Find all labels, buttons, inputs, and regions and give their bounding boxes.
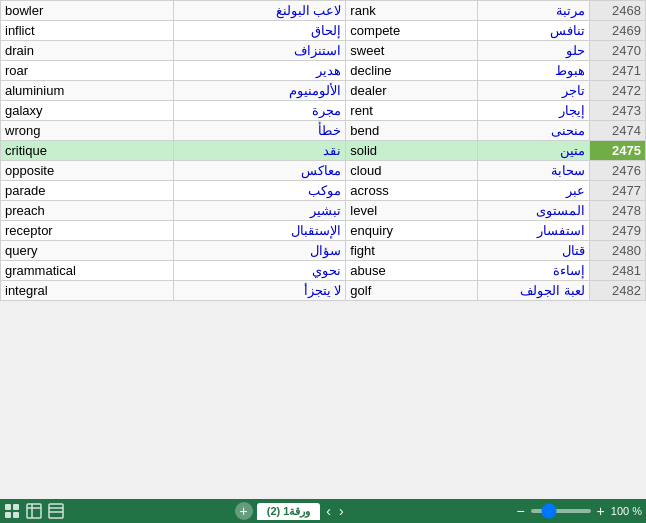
- table-cell: golf: [346, 281, 478, 301]
- table-cell: الألومنيوم: [173, 81, 346, 101]
- zoom-level: 100 %: [611, 505, 642, 517]
- table-cell: compete: [346, 21, 478, 41]
- data-table: bowlerلاعب البولنغrankمرتبة2468inflictإل…: [0, 0, 646, 301]
- table-row[interactable]: paradeموكبacrossعبر2477: [1, 181, 646, 201]
- table-row[interactable]: aluminiumالألومنيومdealerتاجر2472: [1, 81, 646, 101]
- table-cell: معاكس: [173, 161, 346, 181]
- svg-rect-2: [5, 512, 11, 518]
- table-cell: نحوي: [173, 261, 346, 281]
- table-cell: 2471: [590, 61, 646, 81]
- table-row[interactable]: integralلا يتجزأgolfلعبة الجولف2482: [1, 281, 646, 301]
- status-bar-left: [4, 503, 64, 519]
- table-cell: حلو: [478, 41, 590, 61]
- view-icons: [4, 503, 64, 519]
- table-cell: across: [346, 181, 478, 201]
- table-cell: abuse: [346, 261, 478, 281]
- table-row[interactable]: drainاستنزافsweetحلو2470: [1, 41, 646, 61]
- table-row[interactable]: oppositeمعاكسcloudسحابة2476: [1, 161, 646, 181]
- table-cell: 2474: [590, 121, 646, 141]
- table-cell: bend: [346, 121, 478, 141]
- scroll-area[interactable]: bowlerلاعب البولنغrankمرتبة2468inflictإل…: [0, 0, 646, 499]
- sheet-tab[interactable]: ورقة1 (2): [257, 503, 321, 520]
- table-cell: عبر: [478, 181, 590, 201]
- table-cell: لا يتجزأ: [173, 281, 346, 301]
- add-sheet-button[interactable]: +: [235, 502, 253, 520]
- table-cell: inflict: [1, 21, 174, 41]
- table-cell: هبوط: [478, 61, 590, 81]
- table-cell: تنافس: [478, 21, 590, 41]
- table-cell: 2475: [590, 141, 646, 161]
- table-cell: متين: [478, 141, 590, 161]
- spreadsheet: bowlerلاعب البولنغrankمرتبة2468inflictإل…: [0, 0, 646, 523]
- table-row[interactable]: queryسؤالfightقتال2480: [1, 241, 646, 261]
- status-bar-right: − + 100 %: [516, 503, 642, 519]
- table-cell: cloud: [346, 161, 478, 181]
- table-cell: 2480: [590, 241, 646, 261]
- table-cell: solid: [346, 141, 478, 161]
- table-cell: موكب: [173, 181, 346, 201]
- zoom-slider[interactable]: [531, 509, 591, 513]
- table-cell: enquiry: [346, 221, 478, 241]
- status-bar: + ورقة1 (2) ‹ › − + 100 %: [0, 499, 646, 523]
- table-cell: نقد: [173, 141, 346, 161]
- grid-icon[interactable]: [4, 503, 20, 519]
- table-cell: roar: [1, 61, 174, 81]
- table-cell: opposite: [1, 161, 174, 181]
- table-cell: 2477: [590, 181, 646, 201]
- table-row[interactable]: inflictإلحاقcompeteتنافس2469: [1, 21, 646, 41]
- table-cell: منحنى: [478, 121, 590, 141]
- table-cell: تبشير: [173, 201, 346, 221]
- table-cell: 2479: [590, 221, 646, 241]
- table-cell: استنزاف: [173, 41, 346, 61]
- zoom-minus[interactable]: −: [516, 503, 524, 519]
- table-cell: إلحاق: [173, 21, 346, 41]
- table-row[interactable]: critiqueنقدsolidمتين2475: [1, 141, 646, 161]
- table-cell: إساءة: [478, 261, 590, 281]
- zoom-plus[interactable]: +: [597, 503, 605, 519]
- table-cell: هدير: [173, 61, 346, 81]
- table-row[interactable]: galaxyمجرةrentإيجار2473: [1, 101, 646, 121]
- svg-rect-4: [27, 504, 41, 518]
- table-cell: سحابة: [478, 161, 590, 181]
- table-cell: إيجار: [478, 101, 590, 121]
- table-cell: لعبة الجولف: [478, 281, 590, 301]
- svg-rect-7: [49, 504, 63, 518]
- table-cell: parade: [1, 181, 174, 201]
- table-cell: 2481: [590, 261, 646, 281]
- table-cell: galaxy: [1, 101, 174, 121]
- table-cell: bowler: [1, 1, 174, 21]
- table-icon[interactable]: [26, 503, 42, 519]
- table-cell: 2470: [590, 41, 646, 61]
- table-cell: الإستقبال: [173, 221, 346, 241]
- table-cell: query: [1, 241, 174, 261]
- table-cell: drain: [1, 41, 174, 61]
- table-cell: integral: [1, 281, 174, 301]
- table-cell: قتال: [478, 241, 590, 261]
- table-cell: wrong: [1, 121, 174, 141]
- table-row[interactable]: bowlerلاعب البولنغrankمرتبة2468: [1, 1, 646, 21]
- table-cell: خطأً: [173, 121, 346, 141]
- table-row[interactable]: receptorالإستقبالenquiryاستفسار2479: [1, 221, 646, 241]
- zoom-slider-container: [531, 509, 591, 513]
- svg-rect-3: [13, 512, 19, 518]
- table-row[interactable]: wrongخطأًbendمنحنى2474: [1, 121, 646, 141]
- table-cell: 2472: [590, 81, 646, 101]
- prev-sheet-button[interactable]: ‹: [324, 503, 333, 519]
- next-sheet-button[interactable]: ›: [337, 503, 346, 519]
- svg-rect-0: [5, 504, 11, 510]
- table-cell: المستوى: [478, 201, 590, 221]
- table-cell: 2476: [590, 161, 646, 181]
- table-cell: مرتبة: [478, 1, 590, 21]
- table-cell: level: [346, 201, 478, 221]
- table-cell: sweet: [346, 41, 478, 61]
- table-cell: سؤال: [173, 241, 346, 261]
- table-row[interactable]: roarهديرdeclineهبوط2471: [1, 61, 646, 81]
- table-cell: استفسار: [478, 221, 590, 241]
- table-cell: grammatical: [1, 261, 174, 281]
- table-cell: تاجر: [478, 81, 590, 101]
- table-row[interactable]: grammaticalنحويabuseإساءة2481: [1, 261, 646, 281]
- table-cell: لاعب البولنغ: [173, 1, 346, 21]
- table-cell: 2469: [590, 21, 646, 41]
- table-row[interactable]: preachتبشيرlevelالمستوى2478: [1, 201, 646, 221]
- layout-icon[interactable]: [48, 503, 64, 519]
